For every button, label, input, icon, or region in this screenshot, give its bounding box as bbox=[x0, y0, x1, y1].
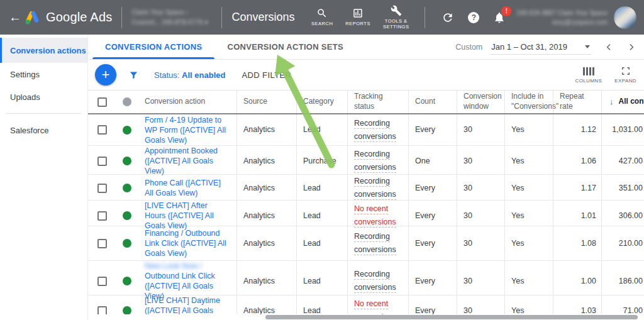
table-row: Phone Call ([ACTIVE] All Goals View) Ana… bbox=[88, 175, 644, 201]
header-repeat-rate[interactable]: Repeat rate bbox=[553, 91, 602, 113]
account-id-redacted: Cosmet... 240-878-0776 ▾ bbox=[131, 18, 212, 28]
cell-tracking: Recording conversions bbox=[348, 114, 409, 145]
tab-bar: CONVERSION ACTIONS CONVERSION ACTION SET… bbox=[88, 35, 644, 60]
cell-category: Purchase bbox=[297, 146, 348, 176]
cell-repeat-rate: 1.12 bbox=[553, 114, 602, 145]
next-period-button[interactable] bbox=[626, 42, 636, 52]
google-ads-logo-icon[interactable] bbox=[24, 9, 41, 26]
status-dot-enabled bbox=[123, 157, 131, 165]
filter-icon bbox=[129, 70, 138, 80]
sidebar-divider bbox=[6, 113, 81, 114]
redacted-brand-name: New Look Now / bbox=[145, 261, 230, 271]
help-button[interactable]: ? bbox=[468, 12, 479, 23]
tab-conversion-action-sets[interactable]: CONVERSION ACTION SETS bbox=[214, 35, 356, 59]
header-source[interactable]: Source bbox=[237, 91, 297, 113]
row-checkbox[interactable] bbox=[97, 184, 107, 193]
cell-count: Every bbox=[409, 175, 457, 201]
sort-descending-icon: ↓ bbox=[609, 97, 614, 108]
cell-tracking: Recording conversions bbox=[348, 175, 409, 201]
horizontal-scrollbar bbox=[88, 314, 644, 320]
sidebar-item-settings[interactable]: Settings bbox=[0, 63, 87, 86]
conversion-action-link[interactable]: Form / 4-19 Update to WP Form ([ACTIVE] … bbox=[145, 115, 230, 145]
avatar-photo bbox=[614, 6, 636, 29]
avatar[interactable] bbox=[614, 6, 636, 29]
row-checkbox[interactable] bbox=[97, 211, 107, 221]
cell-category: Lead bbox=[297, 175, 348, 201]
cell-count: Every bbox=[409, 114, 457, 145]
account-selector[interactable]: Claim Your Space › Cosmet... 240-878-077… bbox=[131, 8, 212, 28]
status-header-cell bbox=[116, 91, 138, 113]
cell-all-conv: 427.00 bbox=[602, 146, 644, 176]
notifications-button[interactable]: ! bbox=[493, 11, 506, 24]
cell-repeat-rate: 1.06 bbox=[553, 146, 602, 176]
scrollbar-thumb[interactable] bbox=[265, 315, 638, 319]
expand-button[interactable]: EXPAND bbox=[614, 67, 636, 84]
header-category[interactable]: Category bbox=[297, 91, 348, 113]
status-filter-chip[interactable]: Status: All enabled bbox=[154, 70, 225, 80]
page-title: Conversions bbox=[231, 11, 294, 24]
cell-repeat-rate: 1.17 bbox=[553, 175, 602, 201]
cell-include: Yes bbox=[505, 175, 553, 201]
topbar-divider bbox=[121, 7, 122, 28]
cell-include: Yes bbox=[505, 226, 553, 260]
date-range-control: Custom Jan 1 – Oct 31, 2019 bbox=[455, 35, 644, 59]
cell-source: Analytics bbox=[237, 175, 297, 201]
add-filter-button[interactable]: ADD FILTER bbox=[242, 70, 291, 80]
cell-window: 30 bbox=[457, 114, 505, 145]
columns-button[interactable]: COLUMNS bbox=[575, 67, 602, 84]
brand-name: Google Ads bbox=[46, 10, 112, 25]
cell-source: Analytics bbox=[237, 146, 297, 176]
conversion-action-link[interactable]: Phone Call ([ACTIVE] All Goals View) bbox=[145, 178, 230, 198]
topbar-left: ← Google Ads Claim Your Space › Cosmet..… bbox=[0, 7, 294, 28]
main-content: CONVERSION ACTIONS CONVERSION ACTION SET… bbox=[88, 35, 644, 320]
status-dot-enabled bbox=[123, 306, 131, 315]
table-row: Appointment Booked ([ACTIVE] All Goals V… bbox=[88, 146, 644, 175]
cell-tracking: Recording conversions bbox=[348, 146, 409, 176]
cell-all-conv: 1,031.00 bbox=[602, 114, 644, 145]
status-dot-enabled bbox=[123, 126, 131, 135]
tab-conversion-actions[interactable]: CONVERSION ACTIONS bbox=[92, 35, 214, 59]
header-count[interactable]: Count bbox=[409, 91, 457, 113]
row-checkbox[interactable] bbox=[97, 277, 107, 286]
back-arrow-icon[interactable]: ← bbox=[6, 10, 24, 25]
expand-icon bbox=[621, 67, 630, 75]
row-checkbox[interactable] bbox=[97, 125, 107, 135]
add-conversion-button[interactable]: + bbox=[95, 64, 116, 86]
reports-icon bbox=[352, 8, 364, 19]
sidebar: Conversion actions Settings Uploads Sale… bbox=[0, 35, 88, 320]
header-tracking-status[interactable]: Tracking status bbox=[348, 91, 409, 113]
prev-period-button[interactable] bbox=[604, 42, 614, 52]
search-button[interactable]: SEARCH bbox=[311, 8, 333, 26]
header-include[interactable]: Include in "Conversions" bbox=[505, 91, 553, 113]
tools-settings-button[interactable]: TOOLS & SETTINGS bbox=[383, 5, 409, 30]
header-all-conv[interactable]: ↓ All conv. bbox=[602, 91, 644, 113]
refresh-button[interactable] bbox=[441, 11, 454, 24]
header-conversion-action[interactable]: Conversion action bbox=[138, 91, 237, 113]
cell-category: Lead bbox=[297, 226, 348, 260]
conversion-action-link[interactable]: Financing / Outbound Link Click ([ACTIVE… bbox=[145, 228, 230, 258]
sidebar-item-uploads[interactable]: Uploads bbox=[0, 86, 87, 108]
topbar: ← Google Ads Claim Your Space › Cosmet..… bbox=[0, 0, 644, 35]
cell-window: 30 bbox=[457, 175, 505, 201]
status-dot-enabled bbox=[123, 184, 131, 192]
select-all-checkbox[interactable] bbox=[97, 97, 107, 107]
date-range-value: Jan 1 – Oct 31, 2019 bbox=[491, 42, 567, 52]
cell-include: Yes bbox=[505, 114, 553, 145]
sidebar-item-salesforce[interactable]: Salesforce bbox=[0, 119, 87, 141]
table-row: Form / 4-19 Update to WP Form ([ACTIVE] … bbox=[88, 114, 644, 146]
reports-button[interactable]: REPORTS bbox=[345, 8, 370, 26]
date-range-picker[interactable]: Jan 1 – Oct 31, 2019 bbox=[490, 39, 591, 55]
cell-include: Yes bbox=[505, 146, 553, 176]
status-dot-enabled bbox=[123, 277, 131, 285]
row-checkbox[interactable] bbox=[97, 239, 107, 248]
table-tools: COLUMNS EXPAND bbox=[575, 67, 644, 84]
date-preset-label: Custom bbox=[455, 43, 482, 52]
cell-all-conv: 210.00 bbox=[602, 226, 644, 260]
sidebar-item-conversion-actions[interactable]: Conversion actions bbox=[0, 38, 87, 63]
header-conversion-window[interactable]: Conversion window bbox=[457, 91, 505, 113]
select-all-cell bbox=[88, 91, 116, 113]
conversion-action-link[interactable]: Appointment Booked ([ACTIVE] All Goals V… bbox=[145, 146, 230, 176]
cell-repeat-rate: 1.08 bbox=[553, 226, 602, 260]
table-row: Financing / Outbound Link Click ([ACTIVE… bbox=[88, 226, 644, 261]
row-checkbox[interactable] bbox=[97, 157, 107, 166]
